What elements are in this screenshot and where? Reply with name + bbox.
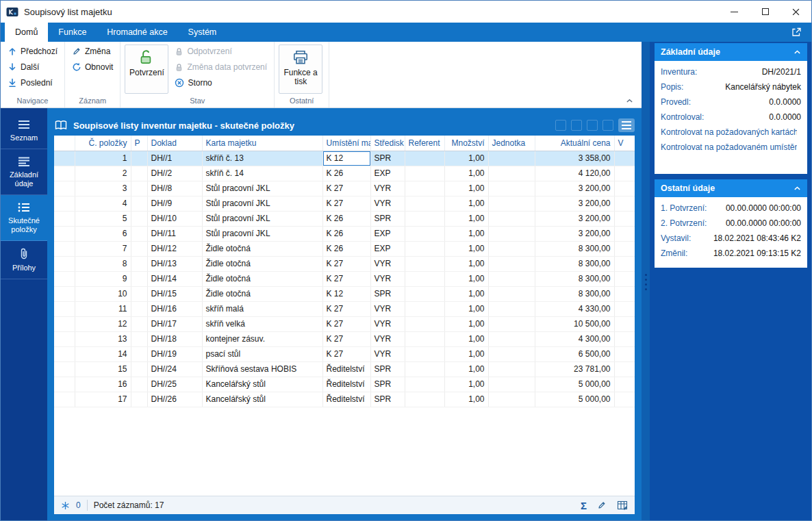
table-cell[interactable] — [131, 226, 147, 241]
last-button[interactable]: Poslední — [4, 75, 56, 90]
table-cell[interactable]: DH//14 — [147, 271, 202, 286]
table-cell[interactable] — [54, 316, 75, 331]
table-cell[interactable]: 1,00 — [444, 392, 488, 407]
column-header[interactable]: Doklad — [147, 136, 202, 151]
table-cell[interactable] — [614, 331, 635, 346]
table-cell[interactable]: SPR — [370, 151, 405, 166]
table-cell[interactable] — [488, 166, 535, 181]
table-cell[interactable]: 4 300,00 — [535, 331, 614, 346]
table-cell[interactable]: 1,00 — [444, 256, 488, 271]
table-cell[interactable]: 17 — [75, 392, 131, 407]
table-row[interactable]: 17DH//26Kancelářský stůlŘeditelstvíSPR1,… — [54, 392, 635, 407]
table-cell[interactable] — [405, 377, 444, 392]
table-cell[interactable] — [54, 377, 75, 392]
table-cell[interactable]: DH//13 — [147, 256, 202, 271]
table-cell[interactable] — [488, 151, 535, 166]
table-cell[interactable] — [54, 301, 75, 316]
table-cell[interactable] — [614, 361, 635, 377]
table-row[interactable]: 15DH//24Skříňová sestava HOBISŘeditelstv… — [54, 361, 635, 377]
table-cell[interactable]: 9 — [75, 271, 131, 286]
table-cell[interactable]: 1,00 — [444, 331, 488, 346]
table-cell[interactable] — [131, 241, 147, 256]
next-button[interactable]: Další — [4, 60, 42, 75]
table-cell[interactable]: Židle otočná — [202, 286, 322, 301]
table-cell[interactable] — [131, 361, 147, 377]
table-row[interactable]: 12DH//17skříň velkáK 27VYR1,0010 500,00 — [54, 316, 635, 331]
column-header[interactable]: Referent — [405, 136, 444, 151]
table-cell[interactable]: 1,00 — [444, 301, 488, 316]
table-cell[interactable]: 4 — [75, 196, 131, 211]
table-cell[interactable] — [488, 196, 535, 211]
column-header[interactable]: P — [131, 136, 147, 151]
table-cell[interactable]: SPR — [370, 286, 405, 301]
table-cell[interactable] — [614, 377, 635, 392]
table-cell[interactable] — [131, 392, 147, 407]
change-confirm-date-button[interactable]: Změna data potvrzení — [171, 60, 270, 75]
basic-info-header[interactable]: Základní údaje — [655, 43, 807, 61]
table-cell[interactable]: 10 — [75, 286, 131, 301]
table-cell[interactable] — [488, 271, 535, 286]
table-cell[interactable] — [405, 166, 444, 181]
close-button[interactable] — [781, 1, 811, 23]
table-cell[interactable]: K 27 — [322, 271, 370, 286]
table-cell[interactable] — [54, 256, 75, 271]
tab-system[interactable]: Systém — [178, 23, 227, 42]
table-cell[interactable]: Ředitelství — [322, 392, 370, 407]
table-row[interactable]: 8DH//13Židle otočnáK 27VYR1,008 300,00 — [54, 256, 635, 271]
table-cell[interactable]: Ředitelství — [322, 361, 370, 377]
table-cell[interactable]: 1,00 — [444, 286, 488, 301]
table-cell[interactable] — [488, 181, 535, 196]
toolbar-ghost-button[interactable] — [602, 120, 613, 131]
table-cell[interactable] — [488, 331, 535, 346]
table-cell[interactable] — [614, 271, 635, 286]
table-cell[interactable] — [54, 151, 75, 166]
table-cell[interactable] — [131, 331, 147, 346]
table-cell[interactable]: DH//1 — [147, 151, 202, 166]
table-cell[interactable] — [405, 241, 444, 256]
table-cell[interactable]: 4 120,00 — [535, 166, 614, 181]
table-cell[interactable]: DH//24 — [147, 361, 202, 377]
table-cell[interactable]: 1 — [75, 151, 131, 166]
table-cell[interactable]: Stůl pracovní JKL — [202, 196, 322, 211]
table-cell[interactable] — [405, 331, 444, 346]
sidebar-item-zakladni-udaje[interactable]: Základní údaje — [1, 149, 47, 195]
minimize-button[interactable] — [719, 1, 750, 23]
table-cell[interactable] — [488, 377, 535, 392]
table-cell[interactable]: DH//18 — [147, 331, 202, 346]
toolbar-ghost-button[interactable] — [587, 120, 598, 131]
table-cell[interactable]: EXP — [370, 166, 405, 181]
table-cell[interactable]: 1,00 — [444, 196, 488, 211]
table-cell[interactable] — [488, 316, 535, 331]
table-cell[interactable]: VYR — [370, 301, 405, 316]
table-cell[interactable]: K 27 — [322, 196, 370, 211]
table-cell[interactable] — [488, 346, 535, 361]
table-cell[interactable]: K 27 — [322, 181, 370, 196]
table-cell[interactable]: 3 200,00 — [535, 211, 614, 226]
table-cell[interactable]: 1,00 — [444, 346, 488, 361]
table-cell[interactable] — [54, 211, 75, 226]
table-cell[interactable]: EXP — [370, 241, 405, 256]
collapse-chevron-icon[interactable] — [794, 49, 801, 55]
column-header[interactable]: Umístění maj — [322, 136, 370, 151]
menu-button[interactable] — [618, 118, 635, 132]
column-header[interactable]: Č. položky — [75, 136, 131, 151]
table-cell[interactable] — [614, 316, 635, 331]
table-cell[interactable]: 1,00 — [444, 151, 488, 166]
table-cell[interactable] — [405, 301, 444, 316]
toolbar-ghost-button[interactable] — [555, 120, 566, 131]
table-row[interactable]: 9DH//14Židle otočnáK 27VYR1,008 300,00 — [54, 271, 635, 286]
table-cell[interactable]: K 27 — [322, 256, 370, 271]
table-cell[interactable]: VYR — [370, 256, 405, 271]
table-cell[interactable] — [54, 181, 75, 196]
column-header[interactable]: Aktuální cena — [535, 136, 614, 151]
table-cell[interactable]: 8 300,00 — [535, 256, 614, 271]
table-cell[interactable]: DH//8 — [147, 181, 202, 196]
table-row[interactable]: 11DH//16skříň maláK 27VYR1,004 330,00 — [54, 301, 635, 316]
table-cell[interactable]: VYR — [370, 346, 405, 361]
table-cell[interactable]: SPR — [370, 392, 405, 407]
collapse-chevron-icon[interactable] — [794, 186, 801, 191]
table-cell[interactable]: K 27 — [322, 301, 370, 316]
table-cell[interactable] — [54, 392, 75, 407]
table-cell[interactable]: K 12 — [322, 151, 370, 166]
table-cell[interactable] — [614, 301, 635, 316]
